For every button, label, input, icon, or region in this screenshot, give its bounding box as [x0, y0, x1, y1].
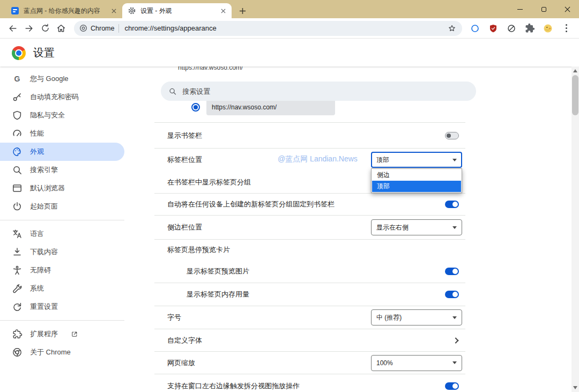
row-side-panel-position: 侧边栏位置 显示在右侧 — [154, 216, 465, 239]
row-custom-fonts[interactable]: 自定义字体 — [154, 329, 465, 351]
maximize-button[interactable] — [532, 0, 555, 18]
scrollbar-thumb[interactable] — [572, 75, 578, 115]
sidebar-item-privacy[interactable]: 隐私与安全 — [0, 106, 124, 124]
refresh-icon[interactable] — [38, 21, 53, 36]
menu-kebab-icon[interactable] — [559, 21, 574, 36]
omnibox-separator — [118, 24, 119, 33]
browser-window-icon — [12, 183, 23, 194]
new-tab-button[interactable] — [235, 3, 250, 18]
download-icon — [12, 247, 23, 257]
wrench-icon — [12, 283, 23, 294]
radio-selected-icon[interactable] — [191, 103, 200, 112]
settings-search[interactable] — [161, 82, 476, 101]
reset-icon — [12, 301, 23, 312]
sidebar-item-on-startup[interactable]: 起始页面 — [0, 197, 124, 216]
blocker-icon[interactable] — [504, 21, 519, 36]
tab-landian[interactable]: 蓝点网 - 给你感兴趣的内容 — [5, 3, 122, 18]
address-bar[interactable]: Chrome chrome://settings/appearance — [74, 21, 462, 36]
sidebar-item-label: 隐私与安全 — [30, 110, 65, 120]
external-link-icon — [71, 330, 78, 338]
search-icon — [168, 87, 177, 96]
sidebar-item-you-and-google[interactable]: G 您与 Google — [0, 70, 124, 88]
shield-icon — [12, 110, 23, 121]
row-auto-pin-groups: 自动将在任何设备上创建的新标签页分组固定到书签栏 — [154, 194, 465, 215]
sidebar-item-extensions[interactable]: 扩展程序 — [0, 325, 124, 343]
bookmark-star-icon[interactable] — [447, 24, 457, 33]
font-size-select[interactable]: 中 (推荐) — [371, 309, 462, 326]
tab-settings[interactable]: 设置 - 外观 — [122, 3, 232, 18]
scroll-down-arrow[interactable] — [573, 386, 577, 389]
tab-bar-position-dropdown: 侧边 顶部 — [371, 168, 462, 193]
profile-avatar-duck[interactable] — [540, 21, 555, 36]
speedometer-icon — [12, 128, 23, 139]
scroll-up-arrow[interactable] — [573, 69, 577, 72]
chevron-down-icon — [452, 226, 457, 229]
sidebar-divider — [0, 220, 124, 220]
sidebar-divider — [0, 320, 124, 321]
tab-bar-position-select[interactable]: 顶部 — [371, 152, 462, 168]
memory-usage-toggle[interactable] — [445, 291, 459, 298]
page-zoom-select[interactable]: 100% — [371, 355, 462, 371]
row-page-zoom: 网页缩放 100% — [154, 352, 465, 374]
homepage-url-field[interactable] — [206, 99, 335, 115]
sidebar-item-label: 语言 — [30, 229, 44, 239]
preview-images-toggle[interactable] — [445, 268, 459, 275]
sidebar-item-search-engine[interactable]: 搜索引擎 — [0, 161, 124, 179]
sidebar-item-label: 搜索引擎 — [30, 165, 58, 175]
chevron-down-icon — [452, 159, 457, 161]
chrome-chip-label: Chrome — [91, 25, 114, 32]
sidebar-item-performance[interactable]: 性能 — [0, 124, 124, 143]
tab-close-icon[interactable] — [219, 6, 227, 15]
dropdown-option-side[interactable]: 侧边 — [372, 169, 461, 181]
sidebar-item-label: 性能 — [30, 129, 44, 138]
chevron-down-icon — [452, 316, 457, 319]
tab-close-icon[interactable] — [109, 6, 118, 15]
page-scrollbar[interactable] — [571, 66, 579, 392]
bookmarks-bar-toggle[interactable] — [445, 132, 459, 139]
sidebar-item-label: 外观 — [30, 147, 44, 157]
sidebar-item-reset[interactable]: 重置设置 — [0, 298, 124, 316]
close-button[interactable] — [555, 0, 579, 18]
back-icon[interactable] — [5, 21, 20, 36]
minimize-button[interactable] — [508, 0, 532, 18]
settings-sidebar: G 您与 Google 自动填充和密码 隐私与安全 性能 外观 搜索引擎 — [0, 66, 139, 392]
sidebar-item-label: 关于 Chrome — [30, 347, 71, 357]
tab-title: 设置 - 外观 — [140, 6, 214, 16]
split-view-toggle[interactable] — [445, 382, 459, 390]
sidebar-item-autofill[interactable]: 自动填充和密码 — [0, 88, 124, 106]
row-memory-usage: 显示标签页内存用量 — [154, 283, 465, 306]
sidebar-item-languages[interactable]: 语言 — [0, 225, 124, 243]
sidebar-item-appearance[interactable]: 外观 — [0, 143, 124, 161]
home-icon[interactable] — [54, 21, 69, 36]
settings-search-input[interactable] — [182, 87, 469, 95]
sidebar-item-about-chrome[interactable]: 关于 Chrome — [0, 343, 124, 361]
circle-extension-icon[interactable] — [467, 21, 482, 36]
chrome-product-icon — [79, 24, 87, 32]
row-preview-images: 显示标签页预览图片 — [154, 260, 465, 283]
sidebar-item-accessibility[interactable]: 无障碍 — [0, 261, 124, 279]
side-panel-position-select[interactable]: 显示在右侧 — [371, 219, 462, 235]
adguard-shield-icon[interactable] — [486, 21, 501, 36]
auto-pin-toggle[interactable] — [445, 201, 459, 208]
chrome-product-chip: Chrome — [79, 24, 118, 32]
sidebar-item-default-browser[interactable]: 默认浏览器 — [0, 179, 124, 197]
url-text[interactable]: chrome://settings/appearance — [124, 24, 447, 32]
gear-favicon — [128, 6, 136, 15]
sidebar-item-label: 默认浏览器 — [30, 183, 65, 193]
sidebar-item-label: 起始页面 — [30, 202, 58, 211]
row-hover-cards-heading: 标签页悬停预览卡片 — [154, 240, 465, 260]
key-icon — [12, 92, 23, 102]
browser-tab-bar: 蓝点网 - 给你感兴趣的内容 设置 - 外观 — [0, 0, 579, 18]
search-icon — [12, 165, 23, 175]
forward-icon[interactable] — [21, 21, 36, 36]
page-title: 设置 — [33, 46, 55, 60]
sidebar-item-system[interactable]: 系统 — [0, 279, 124, 298]
dropdown-option-top[interactable]: 顶部 — [372, 181, 461, 192]
row-tab-bar-position: 标签栏位置 顶部 侧边 顶部 — [154, 149, 465, 171]
sidebar-item-label: 自动填充和密码 — [30, 92, 79, 102]
sidebar-item-downloads[interactable]: 下载内容 — [0, 243, 124, 261]
sidebar-item-label: 您与 Google — [30, 74, 69, 84]
row-font-size: 字号 中 (推荐) — [154, 306, 465, 329]
sidebar-item-label: 无障碍 — [30, 265, 51, 275]
extensions-puzzle-icon[interactable] — [522, 21, 537, 36]
